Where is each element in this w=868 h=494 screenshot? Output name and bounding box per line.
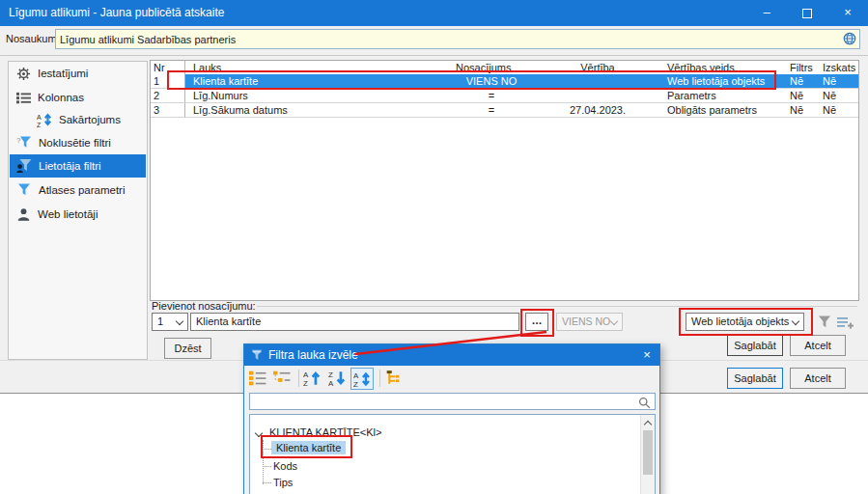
tree-node-root[interactable]: KLIENTA KARTĪTE<Kl>	[269, 426, 381, 438]
cell-nr: 1	[151, 74, 185, 89]
footer-save-button[interactable]: Saglabāt	[727, 368, 783, 389]
column-header-vertibas-veids[interactable]: Vērtības veids	[659, 61, 785, 74]
columns-add-icon[interactable]	[836, 316, 854, 335]
expand-all-icon[interactable]	[249, 370, 268, 389]
sort-descending-icon[interactable]: ZA	[328, 370, 348, 389]
tree-guide-stub	[263, 449, 271, 450]
sort-az-icon: AZ	[37, 112, 52, 127]
gear-icon	[16, 67, 31, 81]
close-button[interactable]: ×	[827, 0, 868, 26]
svg-text:Z: Z	[303, 379, 308, 387]
sort-toggle-icon[interactable]: AZ	[350, 368, 374, 390]
operator-value: VIENS NO	[562, 316, 610, 327]
sidebar-item-label: Noklusētie filtri	[39, 137, 111, 149]
toolbar-separator	[298, 370, 299, 387]
cell-izskats: Nē	[819, 103, 858, 117]
svg-text:A: A	[353, 371, 359, 380]
maximize-button[interactable]	[787, 0, 827, 26]
title-bar: Līgumu atlikumi - Jauna publicētā atskai…	[0, 0, 868, 26]
sidebar-item-lietotaja-filtri[interactable]: Lietotāja filtri	[10, 154, 146, 178]
sidebar-item-label: Atlases parametri	[39, 184, 125, 196]
column-header-nr[interactable]: Nr	[151, 61, 185, 74]
filter-disabled-icon	[817, 315, 832, 334]
tree-scrollbar[interactable]	[640, 415, 655, 494]
nosaukums-input[interactable]	[55, 29, 860, 49]
svg-text:Z: Z	[37, 122, 42, 128]
globe-icon	[843, 32, 856, 49]
tree-guide-line	[263, 440, 264, 484]
operator-select[interactable]: VIENS NO	[556, 313, 623, 331]
dialog-title-bar: Filtra lauka izvēle ×	[244, 344, 659, 366]
cell-filtrs: Nē	[785, 103, 819, 117]
groupbox-line	[257, 306, 857, 307]
tree-item-label: Tips	[273, 477, 293, 488]
filter-search-input[interactable]	[249, 393, 656, 410]
cell-nosacijums: =	[447, 89, 536, 102]
column-header-izskats[interactable]: Izskats	[819, 61, 858, 74]
tree-item-klienta-kartite[interactable]: Klienta kartīte	[273, 442, 346, 453]
search-icon	[638, 396, 651, 413]
tree-item-kods[interactable]: Kods	[273, 460, 297, 472]
scrollbar-thumb[interactable]	[643, 430, 653, 475]
toolbar-separator	[379, 370, 380, 387]
tree-item-tips[interactable]: Tips	[273, 477, 293, 488]
sidebar-item-iestatijumi[interactable]: Iestatījumi	[10, 62, 146, 85]
condition-field-input[interactable]: Klienta kartīte	[190, 313, 519, 331]
dialog-title: Filtra lauka izvēle	[268, 348, 358, 362]
sidebar-item-sakartojums[interactable]: AZ Sakārtojums	[10, 108, 146, 131]
filter-icon	[16, 182, 32, 198]
conditions-table: Nr Lauks Nosacījums Vērtība Vērtības vei…	[150, 60, 859, 301]
cell-nosacijums: =	[447, 103, 536, 117]
condition-index-select[interactable]: 1	[152, 313, 188, 331]
cell-izskats: Nē	[819, 89, 858, 102]
cell-lauks: Klienta kartīte	[185, 74, 447, 88]
cell-vertiba	[536, 74, 659, 88]
tree-guide-stub	[263, 482, 271, 483]
cell-veids: Parametrs	[659, 89, 785, 102]
cell-vertiba: 27.04.2023.	[536, 103, 659, 117]
panel-save-button[interactable]: Saglabāt	[727, 335, 783, 356]
sidebar-item-noklusetie-filtri[interactable]: ? Noklusētie filtri	[10, 131, 146, 154]
sidebar-item-kolonnas[interactable]: Kolonnas	[10, 86, 146, 109]
column-header-lauks[interactable]: Lauks	[185, 61, 447, 74]
svg-text:A: A	[328, 379, 334, 387]
sidebar-item-atlases-parametri[interactable]: Atlases parametri	[10, 178, 146, 202]
condition-field-value: Klienta kartīte	[196, 316, 261, 327]
delete-button[interactable]: Dzēst	[164, 338, 211, 359]
value-type-select[interactable]: Web lietotāja objekts	[686, 313, 804, 331]
filter-dialog-icon	[250, 348, 264, 366]
condition-index-value: 1	[157, 316, 163, 327]
column-header-nosacijums[interactable]: Nosacījums	[447, 61, 536, 74]
table-row[interactable]: 3 Līg.Sākuma datums = 27.04.2023. Obligā…	[151, 103, 858, 118]
sort-ascending-icon[interactable]: AZ	[303, 370, 322, 389]
table-row[interactable]: 2 Līg.Numurs = Parametrs Nē Nē	[151, 89, 858, 103]
ellipsis-button[interactable]: …	[525, 313, 548, 331]
cell-lauks: Līg.Numurs	[185, 89, 447, 102]
filter-user-icon	[16, 158, 32, 174]
header-separator	[0, 55, 868, 56]
cell-nosacijums: VIENS NO	[447, 74, 536, 88]
chevron-down-icon	[792, 317, 799, 325]
cell-veids: Web lietotāja objekts	[659, 74, 785, 88]
main-window: Līgumu atlikumi - Jauna publicētā atskai…	[0, 0, 868, 394]
collapse-all-icon[interactable]	[273, 370, 293, 389]
minimize-button[interactable]: –	[746, 0, 787, 26]
table-row-selected[interactable]: 1 Klienta kartīte VIENS NO Web lietotāja…	[151, 74, 858, 89]
cell-izskats: Nē	[819, 74, 858, 88]
cell-vertiba	[536, 89, 659, 102]
panel-cancel-button[interactable]: Atcelt	[790, 335, 846, 356]
footer-cancel-button[interactable]: Atcelt	[790, 368, 846, 389]
tree-expander-icon[interactable]	[255, 429, 263, 437]
sidebar-item-web-lietotaji[interactable]: Web lietotāji	[10, 203, 146, 226]
column-header-vertiba[interactable]: Vērtība	[536, 61, 659, 74]
cell-filtrs: Nē	[785, 89, 819, 102]
svg-text:A: A	[303, 370, 309, 379]
chevron-down-icon	[176, 317, 183, 325]
filter-field-dialog: Filtra lauka izvēle × AZ ZA AZ	[243, 343, 660, 494]
scroll-up-icon[interactable]	[644, 421, 652, 428]
tree-filter-icon[interactable]	[385, 370, 405, 389]
dialog-close-button[interactable]: ×	[634, 344, 659, 366]
window-title: Līgumu atlikumi - Jauna publicētā atskai…	[9, 6, 224, 19]
sidebar-item-label: Sakārtojums	[59, 114, 121, 125]
column-header-filtrs[interactable]: Filtrs	[785, 61, 819, 74]
